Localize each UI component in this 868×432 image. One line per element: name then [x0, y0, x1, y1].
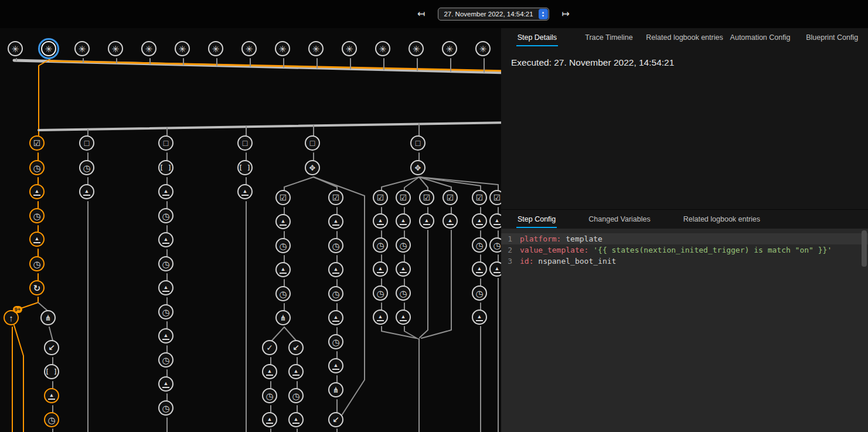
- node-trigger[interactable]: ✳: [175, 41, 190, 56]
- node-condition[interactable]: ☑: [489, 190, 501, 205]
- node-arrow-up[interactable]: ↑9+: [4, 310, 19, 325]
- node-timer[interactable]: ◷: [373, 237, 388, 253]
- node-service[interactable]: ▲: [237, 184, 253, 199]
- node-trigger[interactable]: ✳: [241, 41, 257, 56]
- node-brackets[interactable]: [ ]: [44, 364, 59, 379]
- node-device[interactable]: □: [237, 135, 253, 151]
- node-condition[interactable]: ☑: [472, 190, 487, 205]
- tab-trace-timeline[interactable]: Trace Timeline: [573, 28, 645, 47]
- next-trace-icon[interactable]: ↦: [562, 9, 570, 19]
- node-service[interactable]: ▲: [44, 388, 59, 403]
- node-service[interactable]: ▲: [158, 376, 173, 392]
- tab-changed-variables[interactable]: Changed Variables: [572, 210, 666, 229]
- node-timer[interactable]: ◷: [396, 237, 411, 253]
- node-service[interactable]: ▲: [396, 261, 411, 277]
- node-timer[interactable]: ◷: [158, 352, 173, 368]
- node-timer[interactable]: ◷: [29, 160, 45, 175]
- node-timer[interactable]: ◷: [275, 238, 291, 253]
- node-device[interactable]: □: [410, 135, 426, 151]
- node-trigger[interactable]: ✳: [8, 41, 23, 56]
- node-service[interactable]: ▲: [262, 364, 277, 379]
- node-condition[interactable]: ☑: [373, 190, 388, 205]
- node-device[interactable]: □: [158, 135, 173, 151]
- node-trigger[interactable]: ✳: [342, 41, 357, 56]
- node-split[interactable]: ⋔: [328, 382, 343, 397]
- node-condition[interactable]: ☑: [442, 190, 458, 205]
- node-split[interactable]: ⋔: [40, 310, 56, 325]
- node-timer[interactable]: ◷: [79, 160, 94, 175]
- node-parallel[interactable]: ✥: [410, 160, 426, 175]
- node-condition[interactable]: ☑: [396, 190, 411, 205]
- node-trigger[interactable]: ✳: [375, 41, 390, 56]
- node-service[interactable]: ▲: [472, 309, 487, 325]
- node-timer[interactable]: ◷: [158, 400, 173, 416]
- node-service[interactable]: ▲: [328, 310, 343, 325]
- tab-step-details[interactable]: Step Details: [501, 28, 573, 47]
- node-trigger[interactable]: ✳: [41, 41, 56, 56]
- node-timer[interactable]: ◷: [275, 286, 291, 301]
- node-timer[interactable]: ◷: [158, 304, 173, 319]
- node-timer[interactable]: ◷: [472, 285, 487, 301]
- node-service[interactable]: ▲: [288, 412, 304, 427]
- tab-automation-config[interactable]: Automation Config: [724, 28, 796, 47]
- node-timer[interactable]: ◷: [328, 238, 343, 253]
- node-timer[interactable]: ◷: [262, 388, 277, 403]
- node-trigger[interactable]: ✳: [108, 41, 123, 56]
- node-service[interactable]: ▲: [158, 328, 173, 343]
- node-parallel[interactable]: ✥: [305, 160, 320, 175]
- node-condition[interactable]: ☑: [29, 135, 45, 151]
- node-service[interactable]: ▲: [29, 184, 45, 199]
- node-condition[interactable]: ☑: [419, 190, 434, 205]
- node-service[interactable]: ▲: [29, 232, 45, 247]
- node-timer[interactable]: ◷: [44, 412, 59, 427]
- node-service[interactable]: ▲: [442, 213, 458, 229]
- node-service[interactable]: ▲: [489, 213, 501, 229]
- trace-date-select[interactable]: 27. November 2022, 14:54:21 ▲ ▼: [438, 8, 549, 21]
- node-timer[interactable]: ◷: [288, 388, 304, 403]
- node-split[interactable]: ⋔: [275, 310, 291, 325]
- node-condition[interactable]: ☑: [328, 190, 343, 205]
- node-service[interactable]: ▲: [262, 412, 277, 427]
- node-trigger[interactable]: ✳: [409, 41, 424, 56]
- node-repeat[interactable]: ↻: [29, 280, 45, 295]
- node-service[interactable]: ▲: [158, 232, 173, 247]
- scrollbar-thumb[interactable]: [862, 230, 867, 267]
- node-trigger[interactable]: ✳: [208, 41, 223, 56]
- node-service[interactable]: ▲: [396, 309, 411, 325]
- node-service[interactable]: ▲: [328, 214, 343, 229]
- node-trigger[interactable]: ✳: [308, 41, 324, 56]
- node-service[interactable]: ▲: [275, 214, 291, 229]
- node-brackets[interactable]: [ ]: [158, 160, 173, 175]
- node-service[interactable]: ▲: [419, 213, 434, 229]
- node-trigger[interactable]: ✳: [74, 41, 90, 56]
- node-service[interactable]: ▲: [373, 309, 388, 325]
- node-timer[interactable]: ◷: [489, 237, 501, 253]
- node-timer[interactable]: ◷: [328, 286, 343, 301]
- node-timer[interactable]: ◷: [158, 208, 173, 223]
- node-condition[interactable]: ☑: [275, 190, 291, 205]
- node-service[interactable]: ▲: [158, 280, 173, 295]
- tab-related-logbook-entries[interactable]: Related logbook entries: [645, 28, 724, 47]
- node-check[interactable]: ✓: [262, 340, 277, 355]
- node-service[interactable]: ▲: [328, 262, 343, 277]
- node-service[interactable]: ▲: [373, 261, 388, 277]
- previous-trace-icon[interactable]: ↤: [417, 9, 425, 19]
- node-timer[interactable]: ◷: [472, 237, 487, 253]
- node-timer[interactable]: ◷: [396, 285, 411, 301]
- node-device[interactable]: □: [305, 135, 320, 151]
- node-arrow-return[interactable]: ↙: [328, 412, 343, 427]
- node-service[interactable]: ▲: [373, 213, 388, 229]
- node-timer[interactable]: ◷: [29, 208, 45, 223]
- step-config-editor[interactable]: 1platform: template2value_template: '{{ …: [501, 229, 868, 432]
- node-timer[interactable]: ◷: [373, 285, 388, 301]
- node-service[interactable]: ▲: [328, 358, 343, 373]
- node-trigger[interactable]: ✳: [275, 41, 290, 56]
- node-service[interactable]: ▲: [288, 364, 304, 379]
- node-device[interactable]: □: [79, 135, 94, 151]
- node-arrow-return[interactable]: ↙: [288, 340, 304, 355]
- node-service[interactable]: ▲: [79, 184, 94, 199]
- tab-related-logbook-entries[interactable]: Related logbook entries: [667, 210, 777, 229]
- node-timer[interactable]: ◷: [29, 256, 45, 271]
- node-timer[interactable]: ◷: [158, 256, 173, 271]
- tab-blueprint-config[interactable]: Blueprint Config: [796, 28, 868, 47]
